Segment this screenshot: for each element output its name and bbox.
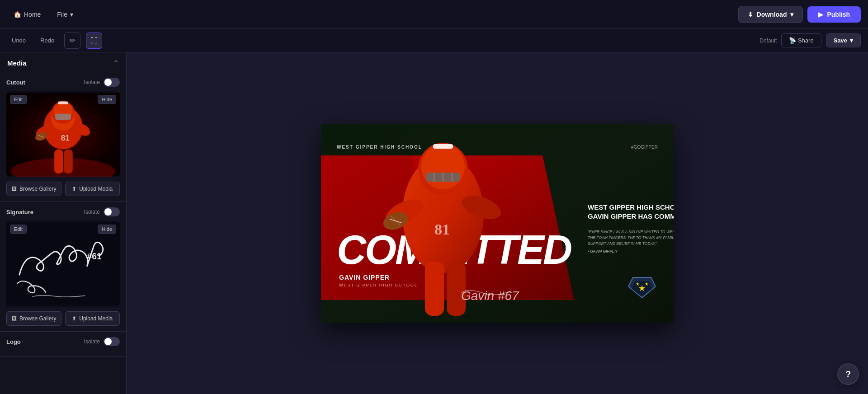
file-button[interactable]: File ▾ [51,7,80,22]
share-label: Share [798,37,814,44]
home-label: Home [24,11,41,18]
toolbar-right: Default 📡 Share Save ▾ [760,33,861,47]
cutout-section-header: Cutout Isolate [6,78,120,87]
publish-button[interactable]: ▶ Publish [807,6,861,23]
cutout-edit-button[interactable]: Edit [10,95,27,104]
logo-isolate-toggle[interactable] [104,337,120,346]
cutout-upload-button[interactable]: ⬆ Upload Media [65,182,120,196]
signature-upload-label: Upload Media [79,315,113,322]
logo-section-header: Logo Isolate [6,337,120,346]
svg-rect-12 [64,150,72,174]
svg-text:GAVIN GIPPER HAS COMMITTED TO : GAVIN GIPPER HAS COMMITTED TO UNIVERSITY… [588,212,674,220]
svg-rect-6 [55,114,71,120]
signature-isolate-toggle[interactable] [104,207,120,216]
svg-text:★: ★ [645,281,649,286]
svg-rect-11 [54,150,63,174]
undo-button[interactable]: Undo [7,34,30,47]
cutout-upload-label: Upload Media [79,186,113,192]
svg-rect-51 [425,262,444,316]
gallery-icon: 🖼 [11,186,17,192]
crop-icon: ⛶ [90,37,98,45]
redo-label: Redo [40,37,54,44]
cutout-isolate-toggle[interactable] [104,78,120,87]
topbar-right: ⬇ Download ▾ ▶ Publish [738,6,861,23]
svg-text:SUPPORT AND BELIEF IN ME TODAY: SUPPORT AND BELIEF IN ME TODAY." [588,241,658,246]
svg-text:#61: #61 [87,252,102,261]
undo-label: Undo [12,37,26,44]
cutout-preview: Edit Hide [6,91,120,177]
sidebar-title: Media [7,59,27,67]
chevron-down-icon: ▾ [70,11,73,18]
signature-section: Signature Isolate Edit Hide #61 [0,202,126,332]
logo-isolate-row: Isolate [84,337,120,346]
svg-text:WEST GIPPER HIGH SCHOOL: WEST GIPPER HIGH SCHOOL [337,145,422,150]
cutout-section: Cutout Isolate Edit Hide [0,72,126,202]
file-label: File [57,11,67,18]
redo-button[interactable]: Redo [36,34,59,47]
canvas-area[interactable]: WEST GIPPER HIGH SCHOOL #GOGIPPER COMMIT… [127,52,868,394]
main: Media ⌃ Cutout Isolate Edit Hide [0,52,868,394]
svg-point-40 [421,144,465,189]
home-icon: 🏠 [14,11,21,18]
share-button[interactable]: 📡 Share [781,33,821,47]
home-button[interactable]: 🏠 Home [7,7,47,22]
draw-tool-button[interactable]: ✏ [64,33,80,49]
cutout-label: Cutout [6,79,25,86]
default-label: Default [760,38,777,44]
svg-text:THE FOAM FINGERS. I'VE TO THAN: THE FOAM FINGERS. I'VE TO THANK MY FAMIL… [588,235,674,240]
sidebar: Media ⌃ Cutout Isolate Edit Hide [0,52,127,394]
toolbar: Undo Redo ✏ ⛶ Default 📡 Share Save ▾ [0,29,868,52]
download-button[interactable]: ⬇ Download ▾ [738,6,803,23]
download-icon: ⬇ [748,11,753,18]
help-button[interactable]: ? [837,363,859,385]
logo-isolate-label: Isolate [84,338,100,345]
question-icon: ? [845,369,851,380]
save-label: Save [834,37,847,44]
cutout-browse-button[interactable]: 🖼 Browse Gallery [6,182,61,196]
logo-section: Logo Isolate [0,332,126,356]
signature-isolate-label: Isolate [84,209,100,215]
draw-icon: ✏ [70,36,75,45]
cutout-browse-label: Browse Gallery [19,186,56,192]
signature-section-header: Signature Isolate [6,207,120,216]
svg-text:81: 81 [61,133,70,142]
signature-isolate-row: Isolate [84,207,120,216]
cutout-isolate-row: Isolate [84,78,120,87]
chevron-down-icon: ▾ [790,11,793,18]
signature-hide-button[interactable]: Hide [98,225,116,234]
svg-text:★: ★ [636,281,640,286]
publish-label: Publish [827,11,850,18]
signature-browse-label: Browse Gallery [19,315,56,322]
signature-upload-button[interactable]: ⬆ Upload Media [65,311,120,326]
gallery-icon-sig: 🖼 [11,315,17,322]
svg-rect-41 [433,144,453,149]
cutout-hide-button[interactable]: Hide [98,95,116,104]
svg-text:GAVIN GIPPER: GAVIN GIPPER [339,274,390,281]
topbar-left: 🏠 Home File ▾ [7,7,80,22]
chevron-down-icon: ▾ [850,37,853,44]
signature-preview: Edit Hide #61 [6,221,120,307]
logo-label: Logo [6,338,21,345]
download-label: Download [757,11,787,18]
signature-preview-image: #61 [6,221,120,307]
upload-icon-sig: ⬆ [72,315,76,322]
crop-tool-button[interactable]: ⛶ [86,33,102,49]
sidebar-collapse-button[interactable]: ⌃ [113,59,119,67]
cutout-isolate-label: Isolate [84,79,100,85]
svg-text:#GOGIPPER: #GOGIPPER [631,145,658,150]
upload-icon: ⬆ [72,186,76,192]
svg-text:WEST GIPPER HIGH SCHOOL JUNIOR: WEST GIPPER HIGH SCHOOL JUNIOR FOOTBALL … [588,203,674,211]
cutout-actions: 🖼 Browse Gallery ⬆ Upload Media [6,182,120,196]
card-canvas: WEST GIPPER HIGH SCHOOL #GOGIPPER COMMIT… [321,124,674,323]
svg-rect-13 [58,102,68,104]
svg-text:"EVER SINCE I WAS A KID I'VE W: "EVER SINCE I WAS A KID I'VE WAITED TO W… [588,230,674,234]
svg-text:- GAVIN GIPPER: - GAVIN GIPPER [588,249,618,253]
signature-actions: 🖼 Browse Gallery ⬆ Upload Media [6,311,120,326]
publish-icon: ▶ [818,11,823,18]
sports-card: WEST GIPPER HIGH SCHOOL #GOGIPPER COMMIT… [321,124,674,323]
signature-browse-button[interactable]: 🖼 Browse Gallery [6,311,61,326]
toolbar-left: Undo Redo ✏ ⛶ [7,33,102,49]
signature-edit-button[interactable]: Edit [10,225,27,234]
save-button[interactable]: Save ▾ [826,33,861,47]
signature-label: Signature [6,209,33,216]
